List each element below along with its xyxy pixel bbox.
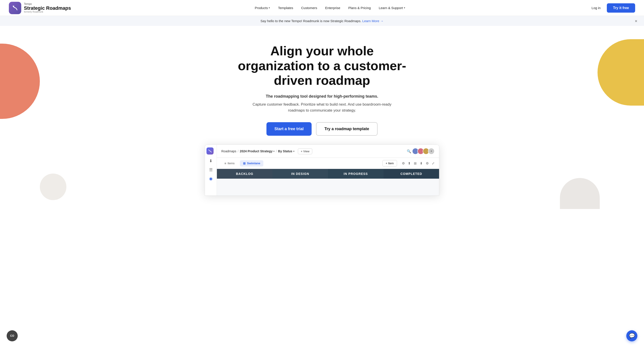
sidebar-icon-download[interactable]: ⬇ (209, 158, 212, 163)
announcement-close[interactable]: × (635, 18, 637, 24)
announcement-text: Say hello to the new Tempo! Roadmunk is … (260, 19, 362, 23)
col-backlog: BACKLOG (217, 169, 272, 196)
nav-templates[interactable]: Templates (275, 4, 296, 12)
swimlane-icon: ⊞ (243, 162, 246, 165)
tab-swimlane[interactable]: ⊞ Swimlane (240, 160, 263, 166)
chevron-down-icon-learn: ▾ (404, 6, 405, 9)
app-main: Roadmaps / 2024 Product Strategy ▾ / By … (217, 145, 439, 196)
app-top-bar: Roadmaps / 2024 Product Strategy ▾ / By … (217, 145, 439, 158)
nav-customers[interactable]: Customers (298, 4, 320, 12)
settings-icon[interactable]: ⚙ (426, 162, 429, 165)
col-in-design: IN DESIGN (272, 169, 328, 196)
avatar-plus[interactable]: + (428, 148, 435, 154)
hero-decor-bottom-left (40, 174, 66, 200)
hero-subheading: The roadmapping tool designed for high-p… (249, 94, 395, 99)
col-completed-header: COMPLETED (384, 169, 439, 179)
try-free-button[interactable]: Try it free (607, 3, 635, 12)
breadcrumb-view[interactable]: By Status ▾ (278, 150, 294, 153)
avatar-group: + (414, 148, 435, 154)
breadcrumb-strategy[interactable]: 2024 Product Strategy ▾ (240, 150, 275, 153)
hero-content: Align your whole organization to a custo… (9, 44, 635, 136)
add-view-button[interactable]: + View (298, 148, 312, 154)
sidebar-icon-roadmap[interactable]: ◉ (209, 176, 213, 181)
export-icon[interactable]: ⬆ (408, 162, 411, 165)
toolbar-icons: ⚙ ⬆ ⊞ ⬇ ⚙ ⤢ (402, 162, 435, 165)
login-button[interactable]: Log in (589, 4, 603, 12)
logo-formerly: formerly Roadmunk (24, 11, 71, 13)
nav-enterprise[interactable]: Enterprise (322, 4, 343, 12)
sidebar-icon-list[interactable]: ☰ (209, 167, 213, 172)
breadcrumb: Roadmaps / 2024 Product Strategy ▾ / By … (221, 150, 294, 153)
logo[interactable]: Tempo Strategic Roadmaps formerly Roadmu… (9, 2, 71, 14)
download-icon[interactable]: ⬇ (420, 162, 423, 165)
nav-actions: Log in Try it free (589, 3, 635, 12)
grid-icon[interactable]: ⊞ (414, 162, 417, 165)
nav-links: Products ▾ Templates Customers Enterpris… (252, 4, 408, 12)
col-progress-header: IN PROGRESS (328, 169, 384, 179)
app-preview: ⬇ ☰ ◉ Roadmaps / 2024 Product Strategy ▾… (205, 144, 439, 196)
try-template-button[interactable]: Try a roadmap template (316, 122, 378, 136)
hero-section: Align your whole organization to a custo… (0, 26, 644, 209)
hero-buttons: Start a free trial Try a roadmap templat… (9, 122, 635, 136)
col-in-progress: IN PROGRESS (328, 169, 384, 196)
nav-plans[interactable]: Plans & Pricing (345, 4, 374, 12)
hero-description: Capture customer feedback. Prioritize wh… (249, 102, 395, 113)
col-design-header: IN DESIGN (272, 169, 328, 179)
announcement-bar: Say hello to the new Tempo! Roadmunk is … (0, 16, 644, 26)
nav-products[interactable]: Products ▾ (252, 4, 273, 12)
col-completed: COMPLETED (384, 169, 439, 196)
app-sub-bar: ≡ Items ⊞ Swimlane + Item ⚙ ⬆ ⊞ ⬇ ⚙ ⤢ (217, 158, 439, 169)
tab-items[interactable]: ≡ Items (221, 160, 238, 166)
top-bar-right: 🔍 + (407, 148, 435, 154)
list-icon: ≡ (224, 162, 226, 165)
logo-icon (9, 2, 21, 14)
app-sidebar: ⬇ ☰ ◉ (205, 145, 217, 196)
app-logo-mini (206, 148, 214, 154)
breadcrumb-root[interactable]: Roadmaps (221, 150, 236, 153)
col-backlog-header: BACKLOG (217, 169, 272, 179)
nav-learn[interactable]: Learn & Support ▾ (376, 4, 408, 12)
chevron-view-icon: ▾ (293, 150, 294, 152)
app-layout: ⬇ ☰ ◉ Roadmaps / 2024 Product Strategy ▾… (205, 145, 439, 196)
add-item-button[interactable]: + Item (382, 160, 397, 166)
navbar: Tempo Strategic Roadmaps formerly Roadmu… (0, 0, 644, 16)
start-trial-button[interactable]: Start a free trial (266, 122, 312, 136)
chevron-strategy-icon: ▾ (273, 150, 274, 152)
filter-icon[interactable]: ⚙ (402, 162, 405, 165)
hero-decor-bottom-right (560, 178, 600, 209)
hero-headline: Align your whole organization to a custo… (234, 44, 410, 88)
chevron-down-icon: ▾ (269, 6, 270, 9)
swimlane-area: BACKLOG IN DESIGN IN PROGRESS COMPLETED (217, 169, 439, 196)
search-icon[interactable]: 🔍 (407, 149, 411, 154)
logo-brand: Strategic Roadmaps (24, 6, 71, 11)
expand-icon[interactable]: ⤢ (432, 162, 435, 165)
announcement-link[interactable]: Learn More → (362, 19, 384, 23)
